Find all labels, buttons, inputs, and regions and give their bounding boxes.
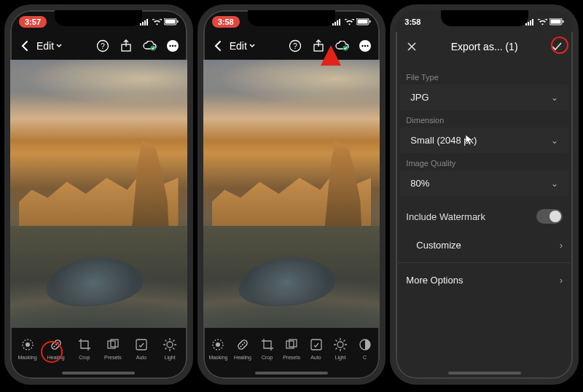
svg-rect-34 — [334, 22, 336, 26]
chevron-down-icon: ⌄ — [551, 179, 558, 189]
svg-point-47 — [367, 45, 369, 47]
svg-line-63 — [344, 348, 345, 350]
svg-rect-39 — [369, 20, 371, 23]
edit-label: Edit — [36, 40, 54, 52]
back-button[interactable] — [211, 39, 225, 53]
back-button[interactable] — [17, 39, 32, 53]
share-icon[interactable] — [119, 39, 133, 53]
cloud-sync-icon[interactable] — [334, 39, 349, 53]
status-icons — [140, 18, 179, 26]
tool-label: Crop — [262, 355, 273, 360]
crop-icon — [259, 337, 275, 353]
close-button[interactable] — [404, 39, 419, 54]
tool-light[interactable]: Light — [157, 337, 182, 360]
export-body: File Type JPG ⌄ Dimension Small (2048 px… — [396, 61, 573, 369]
tool-label: Light — [165, 355, 176, 360]
tool-label: C — [363, 355, 367, 360]
select-quality[interactable]: 80% ⌄ — [400, 170, 568, 196]
chevron-right-icon: › — [560, 240, 563, 251]
svg-point-57 — [337, 342, 343, 348]
svg-rect-0 — [140, 23, 141, 26]
photo-canvas[interactable] — [10, 60, 187, 328]
home-indicator — [448, 372, 521, 375]
tool-bar: Masking Healing Crop Presets Auto Light … — [203, 328, 380, 369]
tool-masking[interactable]: Masking — [15, 337, 40, 360]
status-time: 3:58 — [212, 16, 240, 28]
confirm-button[interactable] — [549, 39, 564, 54]
row-more-options[interactable]: More Options › — [396, 267, 573, 293]
chevron-right-icon: › — [560, 275, 563, 286]
tool-presets[interactable]: Presets — [101, 337, 125, 360]
edit-dropdown[interactable]: Edit — [230, 40, 255, 52]
phone-notch — [55, 10, 142, 26]
phone-screen-1: 3:57 Edit ? Masking Healing Cr — [4, 4, 193, 385]
svg-point-14 — [174, 45, 176, 47]
svg-rect-6 — [177, 20, 179, 23]
tool-label: Healing — [47, 355, 65, 360]
edit-dropdown[interactable]: Edit — [36, 40, 62, 52]
svg-rect-38 — [358, 20, 368, 24]
home-indicator — [62, 372, 135, 375]
tool-auto[interactable]: Auto — [304, 337, 329, 360]
tool-presets[interactable]: Presets — [279, 337, 304, 360]
svg-line-29 — [165, 340, 167, 342]
svg-text:?: ? — [294, 42, 298, 50]
chevron-down-icon: ⌄ — [551, 136, 558, 146]
nav-bar: Edit ? — [10, 32, 187, 60]
status-icons — [525, 18, 564, 26]
svg-line-30 — [173, 348, 175, 350]
tool-crop[interactable]: Crop — [255, 337, 280, 360]
masking-icon — [20, 337, 36, 353]
svg-point-12 — [169, 45, 171, 47]
svg-rect-33 — [332, 23, 334, 26]
help-icon[interactable]: ? — [288, 39, 302, 53]
tool-healing[interactable]: Healing — [44, 337, 69, 360]
divider — [396, 262, 573, 263]
crop-icon — [77, 337, 93, 353]
svg-point-49 — [216, 342, 220, 347]
tool-healing[interactable]: Healing — [230, 337, 255, 360]
status-icons — [332, 18, 371, 26]
svg-point-51 — [240, 346, 241, 348]
label-quality: Image Quality — [396, 153, 573, 170]
tool-label: Auto — [310, 355, 321, 360]
label-file-type: File Type — [396, 67, 573, 85]
svg-rect-72 — [551, 20, 561, 24]
select-dimension[interactable]: Small (2048 px) ⌄ — [400, 128, 568, 153]
status-time: 3:57 — [19, 16, 47, 28]
tool-bar: Masking Healing Crop Presets Auto Light — [10, 328, 187, 369]
svg-text:?: ? — [101, 42, 105, 50]
more-icon[interactable] — [165, 39, 180, 53]
tool-auto[interactable]: Auto — [129, 337, 154, 360]
tool-label: Light — [335, 355, 346, 360]
tool-label: Masking — [18, 355, 37, 360]
tool-masking[interactable]: Masking — [206, 337, 231, 360]
help-icon[interactable]: ? — [95, 39, 110, 53]
healing-icon — [235, 337, 251, 353]
chevron-down-icon: ⌄ — [551, 93, 558, 103]
svg-rect-3 — [146, 19, 148, 26]
edit-label: Edit — [230, 40, 247, 52]
tool-light[interactable]: Light — [328, 337, 353, 360]
tool-label: Masking — [208, 355, 227, 360]
more-options-label: More Options — [406, 275, 463, 286]
tool-color[interactable]: C — [353, 337, 377, 360]
svg-line-65 — [344, 340, 345, 342]
row-customize[interactable]: Customize › — [396, 232, 573, 258]
tool-crop[interactable]: Crop — [72, 337, 97, 360]
share-icon[interactable] — [311, 39, 326, 53]
photo-canvas[interactable] — [203, 60, 380, 328]
tool-label: Healing — [234, 355, 251, 360]
cloud-sync-icon[interactable] — [142, 39, 157, 53]
svg-rect-2 — [144, 20, 146, 26]
watermark-toggle[interactable] — [536, 209, 563, 224]
svg-point-20 — [57, 342, 58, 344]
svg-point-45 — [362, 45, 364, 47]
more-icon[interactable] — [358, 39, 372, 53]
label-dimension: Dimension — [396, 110, 573, 128]
select-file-type[interactable]: JPG ⌄ — [400, 85, 568, 110]
presets-icon — [283, 337, 300, 353]
svg-point-24 — [167, 342, 173, 348]
svg-point-46 — [364, 45, 366, 47]
svg-rect-5 — [165, 20, 175, 24]
